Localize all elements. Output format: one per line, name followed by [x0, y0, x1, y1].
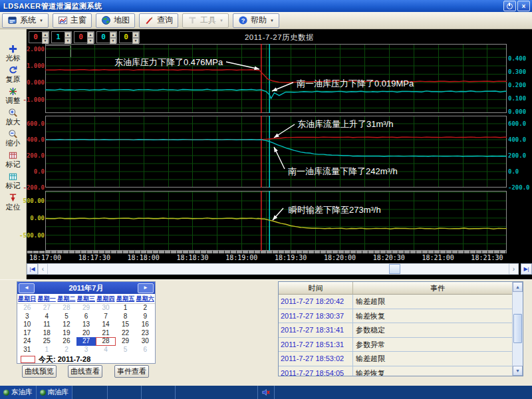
- calendar-day[interactable]: 12: [57, 321, 76, 329]
- side-tool-adjust[interactable]: 调整: [0, 86, 26, 104]
- calendar-day[interactable]: 1: [37, 346, 57, 354]
- calendar-day[interactable]: 30: [96, 304, 116, 313]
- scroll-up-button[interactable]: ▲: [513, 282, 523, 292]
- event-view-button[interactable]: 事件查看: [114, 365, 149, 378]
- calendar-day[interactable]: 20: [76, 329, 96, 338]
- side-tool-cursor[interactable]: 光标: [0, 44, 26, 62]
- side-tool-label: 放大: [0, 118, 26, 126]
- calendar-day[interactable]: 19: [57, 329, 76, 338]
- side-tool-mark-2[interactable]: 标记: [0, 172, 26, 190]
- scroll-first-button[interactable]: |◀: [27, 263, 38, 275]
- scroll-down-button[interactable]: ▼: [513, 366, 523, 376]
- y-tick-label: -200.0: [508, 184, 530, 191]
- toolbar: 系统▼主窗地图查询工具▼?帮助▼: [0, 12, 532, 29]
- calendar-day[interactable]: 24: [17, 337, 37, 346]
- calendar-day[interactable]: 22: [116, 329, 136, 338]
- table-row[interactable]: 2011-7-27 18:31:41参数稳定: [279, 323, 512, 338]
- table-row[interactable]: 2011-7-27 18:54:05输差恢复: [279, 366, 512, 376]
- calendar-day[interactable]: 9: [135, 313, 155, 321]
- minimize-button[interactable]: [503, 1, 516, 11]
- side-tool-mark-1[interactable]: 标记: [0, 150, 26, 168]
- close-button[interactable]: ×: [517, 1, 530, 11]
- table-row[interactable]: 2011-7-27 18:20:42输差超限: [279, 295, 512, 309]
- x-tick-label: 18:17:00: [29, 254, 61, 261]
- v-scroll-thumb[interactable]: [513, 314, 522, 343]
- calendar-day[interactable]: 3: [17, 313, 37, 321]
- scroll-track[interactable]: [48, 263, 509, 275]
- calendar-day[interactable]: 7: [96, 313, 116, 321]
- scroll-thumb[interactable]: [389, 264, 400, 274]
- calendar-day[interactable]: 26: [17, 304, 37, 313]
- calendar-day[interactable]: 28: [57, 304, 76, 313]
- calendar-day[interactable]: 11: [37, 321, 57, 329]
- curve-preview-button[interactable]: 曲线预览: [22, 365, 57, 378]
- calendar-day[interactable]: 6: [135, 346, 155, 354]
- calendar-day[interactable]: 3: [76, 346, 96, 354]
- calendar-day[interactable]: 8: [116, 313, 136, 321]
- table-row[interactable]: 2011-7-27 18:51:31参数异常: [279, 338, 512, 352]
- calendar-day[interactable]: 21: [96, 329, 116, 338]
- calendar-day[interactable]: 16: [135, 321, 155, 329]
- calendar-day[interactable]: 27: [76, 337, 96, 346]
- calendar-day[interactable]: 31: [17, 346, 37, 354]
- toolbar-button-query[interactable]: 查询: [139, 13, 178, 28]
- calendar-day[interactable]: 1: [116, 304, 136, 313]
- table-row[interactable]: 2011-7-27 18:53:02输差超限: [279, 352, 512, 366]
- calendar-day[interactable]: 27: [37, 304, 57, 313]
- mute-icon[interactable]: [258, 386, 275, 399]
- calendar-day[interactable]: 2: [135, 304, 155, 313]
- calendar-day[interactable]: 26: [57, 337, 76, 346]
- series-instant-difference: [45, 218, 507, 229]
- table-row[interactable]: 2011-7-27 18:30:37输差恢复: [279, 309, 512, 324]
- calendar-day[interactable]: 4: [37, 313, 57, 321]
- side-tool-zoom-in[interactable]: 放大: [0, 108, 26, 126]
- toolbar-button-system[interactable]: 系统▼: [2, 13, 49, 28]
- mark-red-icon: [0, 150, 26, 160]
- calendar-day[interactable]: 29: [76, 304, 96, 313]
- annotation-text: 南一油库压力下降了0.019MPa: [297, 78, 414, 88]
- side-tool-restore[interactable]: 复原: [0, 65, 26, 83]
- calendar-day[interactable]: 17: [17, 329, 37, 338]
- event-name: 参数稳定: [353, 323, 512, 337]
- status-cell: [176, 386, 258, 399]
- scroll-last-button[interactable]: ▶|: [521, 263, 532, 275]
- calendar-day[interactable]: 23: [135, 329, 155, 338]
- side-tool-zoom-out[interactable]: 缩小: [0, 129, 26, 147]
- scroll-right-button[interactable]: ›: [509, 263, 519, 275]
- calendar-day[interactable]: 2: [57, 346, 76, 354]
- y-tick-label: 500.00: [23, 198, 45, 204]
- scroll-left-button[interactable]: ‹: [38, 263, 48, 275]
- event-name: 输差超限: [353, 352, 512, 366]
- status-tab-2[interactable]: 南油库: [37, 386, 73, 399]
- help-icon: ?: [238, 15, 248, 25]
- calendar-day[interactable]: 5: [57, 313, 76, 321]
- calendar-day[interactable]: 6: [76, 313, 96, 321]
- calendar-day[interactable]: 25: [37, 337, 57, 346]
- curve-view-button[interactable]: 曲线查看: [68, 365, 102, 378]
- calendar-day[interactable]: 30: [135, 337, 155, 346]
- calendar-day[interactable]: 10: [17, 321, 37, 329]
- calendar-day[interactable]: 28: [96, 337, 116, 346]
- calendar-day[interactable]: 4: [96, 346, 116, 354]
- calendar-day[interactable]: 14: [96, 321, 116, 329]
- toolbar-button-mainwin[interactable]: 主窗: [53, 13, 92, 28]
- calendar-day[interactable]: 13: [76, 321, 96, 329]
- toolbar-button-map[interactable]: 地图: [96, 13, 135, 28]
- column-header-event[interactable]: 事件: [353, 282, 523, 295]
- calendar-day[interactable]: 18: [37, 329, 57, 338]
- next-month-button[interactable]: ►: [138, 283, 154, 293]
- y-tick-label: 600.0: [508, 120, 526, 127]
- column-header-time[interactable]: 时间: [279, 282, 353, 295]
- toolbar-button-help[interactable]: ?帮助▼: [233, 13, 279, 28]
- event-time: 2011-7-27 18:54:05: [279, 366, 353, 376]
- x-axis-ticks: [27, 251, 507, 253]
- status-tab-1[interactable]: 东油库: [0, 386, 37, 399]
- side-tool-locate[interactable]: 定位: [0, 193, 26, 211]
- day-of-week-label: 星期三: [76, 294, 96, 303]
- calendar-day[interactable]: 29: [116, 337, 136, 346]
- v-scrollbar[interactable]: ▲ ▼: [512, 282, 523, 376]
- calendar-day[interactable]: 15: [116, 321, 136, 329]
- toolbar-button-tools[interactable]: 工具▼: [182, 13, 229, 28]
- prev-month-button[interactable]: ◄: [19, 283, 35, 293]
- calendar-day[interactable]: 5: [116, 346, 136, 354]
